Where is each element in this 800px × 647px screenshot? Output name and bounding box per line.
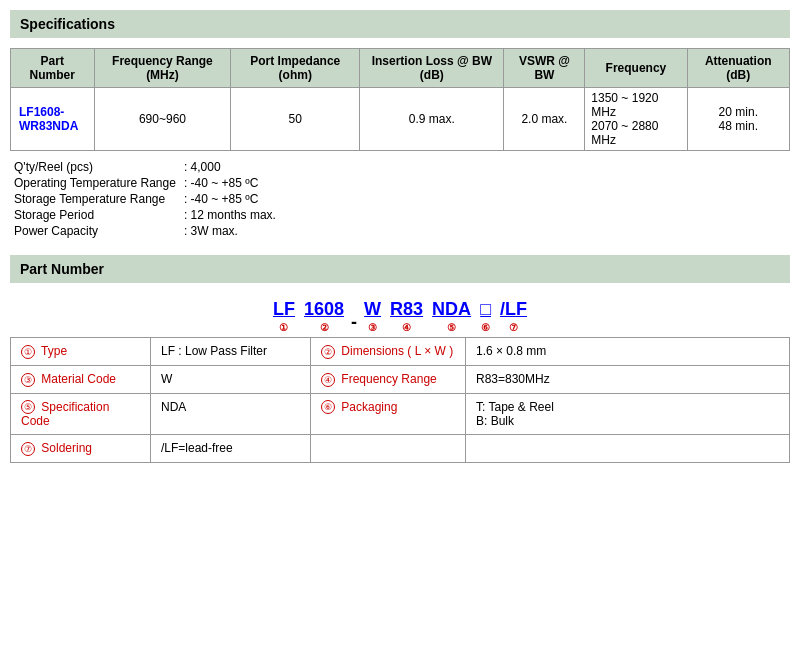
cell-attenuation: 20 min.48 min. (687, 88, 789, 151)
col-header-attenuation: Attenuation (dB) (687, 49, 789, 88)
circle-1: ① (279, 322, 288, 333)
code-text-1608: 1608 (304, 299, 344, 320)
spec-table: Part Number Frequency Range (MHz) Port I… (10, 48, 790, 151)
info-value-qty: : 4,000 (180, 159, 280, 175)
code-seg-nda: NDA ⑤ (432, 299, 471, 333)
col-header-freq-range: Frequency Range (MHz) (94, 49, 231, 88)
circle-icon-4: ④ (321, 373, 335, 387)
code-seg-1608: 1608 ② (304, 299, 344, 333)
pn-value-empty (466, 435, 790, 463)
sep-dash: - (346, 312, 362, 333)
part-number-table: ① Type LF : Low Pass Filter ② Dimensions… (10, 337, 790, 463)
part-number-title: Part Number (10, 255, 790, 283)
circle-icon-1: ① (21, 345, 35, 359)
cell-vswr: 2.0 max. (504, 88, 585, 151)
info-label-st-period: Storage Period (10, 207, 180, 223)
pn-label-empty (311, 435, 466, 463)
info-label-op-temp: Operating Temperature Range (10, 175, 180, 191)
code-text-lf2: /LF (500, 299, 527, 320)
part-number-section: Part Number LF ① 1608 ② - W ③ R83 ④ (10, 255, 790, 463)
col-header-port-impedance: Port Impedance (ohm) (231, 49, 360, 88)
circle-6: ⑥ (481, 322, 490, 333)
pn-value-soldering: /LF=lead-free (151, 435, 311, 463)
specifications-section: Specifications Part Number Frequency Ran… (10, 10, 790, 239)
info-row: Power Capacity : 3W max. (10, 223, 280, 239)
pn-value-packaging: T: Tape & ReelB: Bulk (466, 393, 790, 435)
pn-row-type: ① Type LF : Low Pass Filter ② Dimensions… (11, 338, 790, 366)
info-row: Operating Temperature Range : -40 ~ +85 … (10, 175, 280, 191)
pn-label-freq-range: ④ Frequency Range (311, 365, 466, 393)
col-header-insertion-loss: Insertion Loss @ BW (dB) (360, 49, 504, 88)
info-row: Storage Temperature Range : -40 ~ +85 ºC (10, 191, 280, 207)
cell-port-impedance: 50 (231, 88, 360, 151)
info-table: Q'ty/Reel (pcs) : 4,000 Operating Temper… (10, 159, 280, 239)
pn-value-material: W (151, 365, 311, 393)
info-row: Q'ty/Reel (pcs) : 4,000 (10, 159, 280, 175)
specifications-title: Specifications (10, 10, 790, 38)
code-seg-lf2: /LF ⑦ (500, 299, 527, 333)
info-label-power: Power Capacity (10, 223, 180, 239)
pn-label-type: ① Type (11, 338, 151, 366)
circle-3: ③ (368, 322, 377, 333)
circle-icon-6: ⑥ (321, 400, 335, 414)
table-row: LF1608-WR83NDA 690~960 50 0.9 max. 2.0 m… (11, 88, 790, 151)
pn-label-packaging: ⑥ Packaging (311, 393, 466, 435)
circle-icon-7: ⑦ (21, 442, 35, 456)
info-row: Storage Period : 12 months max. (10, 207, 280, 223)
pn-label-material: ③ Material Code (11, 365, 151, 393)
circle-icon-5: ⑤ (21, 400, 35, 414)
info-label-st-temp: Storage Temperature Range (10, 191, 180, 207)
info-value-st-temp: : -40 ~ +85 ºC (180, 191, 280, 207)
info-value-op-temp: : -40 ~ +85 ºC (180, 175, 280, 191)
sep-5 (493, 312, 498, 333)
sep-2 (383, 312, 388, 333)
circle-7: ⑦ (509, 322, 518, 333)
col-header-vswr: VSWR @ BW (504, 49, 585, 88)
pn-row-spec: ⑤ Specification Code NDA ⑥ Packaging T: … (11, 393, 790, 435)
circle-icon-3: ③ (21, 373, 35, 387)
pn-row-soldering: ⑦ Soldering /LF=lead-free (11, 435, 790, 463)
circle-icon-2: ② (321, 345, 335, 359)
info-value-st-period: : 12 months max. (180, 207, 280, 223)
pn-label-spec-code: ⑤ Specification Code (11, 393, 151, 435)
sep-3 (425, 312, 430, 333)
code-seg-lf: LF ① (273, 299, 295, 333)
col-header-part-number: Part Number (11, 49, 95, 88)
pn-value-type: LF : Low Pass Filter (151, 338, 311, 366)
spec-info-block: Q'ty/Reel (pcs) : 4,000 Operating Temper… (10, 159, 790, 239)
pn-row-material: ③ Material Code W ④ Frequency Range R83=… (11, 365, 790, 393)
pn-value-spec-code: NDA (151, 393, 311, 435)
code-text-lf: LF (273, 299, 295, 320)
sep-1 (297, 312, 302, 333)
cell-frequency: 1350 ~ 1920 MHz2070 ~ 2880 MHz (585, 88, 687, 151)
pn-value-dimensions: 1.6 × 0.8 mm (466, 338, 790, 366)
circle-2: ② (320, 322, 329, 333)
code-text-nda: NDA (432, 299, 471, 320)
col-header-frequency: Frequency (585, 49, 687, 88)
info-value-power: : 3W max. (180, 223, 280, 239)
code-text-w: W (364, 299, 381, 320)
pn-label-soldering: ⑦ Soldering (11, 435, 151, 463)
sep-4 (473, 312, 478, 333)
code-text-square: □ (480, 299, 491, 320)
circle-5: ⑤ (447, 322, 456, 333)
code-text-r83: R83 (390, 299, 423, 320)
circle-4: ④ (402, 322, 411, 333)
code-seg-square: □ ⑥ (480, 299, 491, 333)
cell-insertion-loss: 0.9 max. (360, 88, 504, 151)
code-seg-w: W ③ (364, 299, 381, 333)
info-label-qty: Q'ty/Reel (pcs) (10, 159, 180, 175)
pn-label-dimensions: ② Dimensions ( L × W ) (311, 338, 466, 366)
cell-part-number: LF1608-WR83NDA (11, 88, 95, 151)
cell-freq-range: 690~960 (94, 88, 231, 151)
pn-value-freq-range: R83=830MHz (466, 365, 790, 393)
part-code-display: LF ① 1608 ② - W ③ R83 ④ NDA ⑤ (10, 299, 790, 333)
code-line: LF ① 1608 ② - W ③ R83 ④ NDA ⑤ (271, 299, 529, 333)
code-seg-r83: R83 ④ (390, 299, 423, 333)
